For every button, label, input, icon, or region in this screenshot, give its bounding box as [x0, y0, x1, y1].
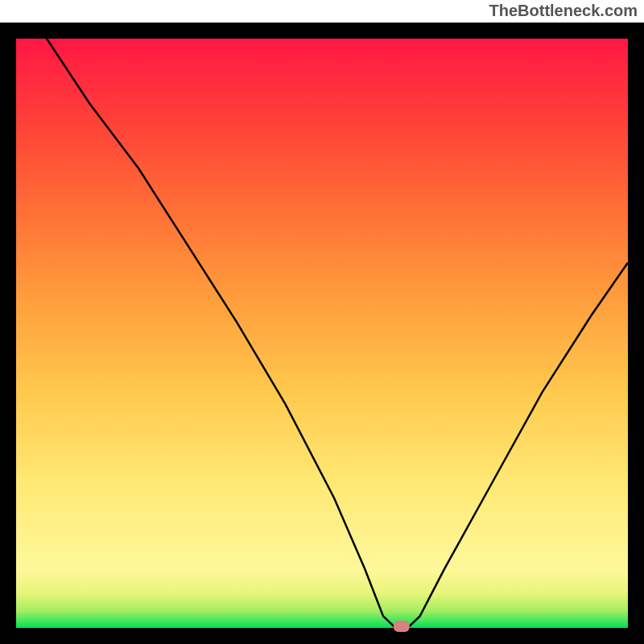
bottleneck-chart: [0, 0, 644, 644]
chart-container: TheBottleneck.com: [0, 0, 644, 644]
optimal-marker: [394, 621, 410, 632]
watermark-text: TheBottleneck.com: [489, 2, 638, 20]
